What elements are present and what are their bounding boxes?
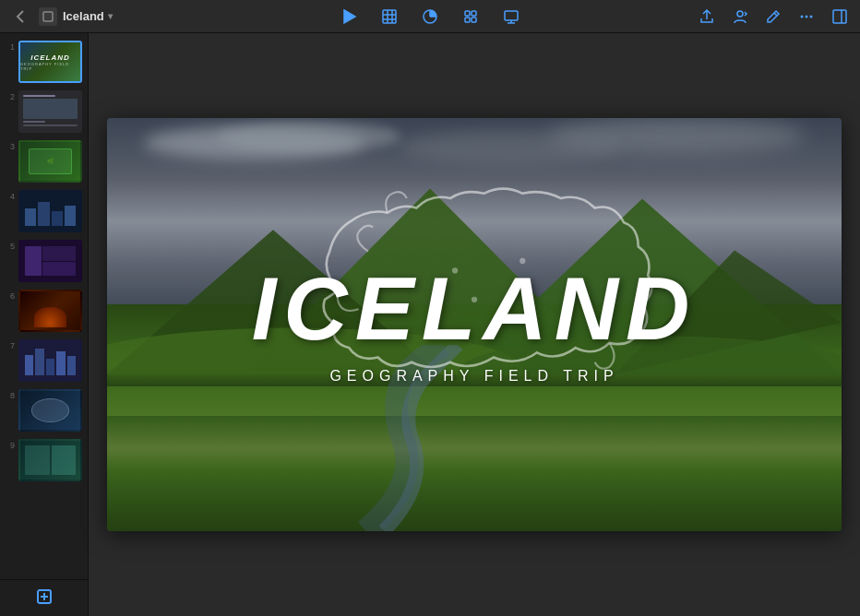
svg-rect-2 (383, 10, 396, 23)
slide-number-5: 5 (6, 242, 15, 251)
right-toolbar (694, 4, 853, 30)
svg-point-19 (801, 15, 804, 18)
add-slide-button[interactable] (0, 579, 88, 612)
svg-point-20 (806, 15, 808, 18)
slide-preview-2 (18, 90, 82, 133)
svg-marker-1 (344, 10, 355, 23)
svg-rect-22 (833, 10, 846, 23)
format-button[interactable] (827, 4, 853, 30)
collaborate-button[interactable] (727, 4, 753, 30)
svg-rect-14 (505, 11, 518, 20)
slide-thumb-2[interactable]: 2 (0, 87, 88, 136)
present-button[interactable] (498, 4, 524, 30)
svg-point-17 (737, 11, 743, 17)
canvas-area[interactable]: ICELAND GEOGRAPHY FIELD TRIP (89, 33, 860, 616)
slide-text-layer: ICELAND GEOGRAPHY FIELD TRIP (107, 118, 842, 531)
chart-button[interactable] (417, 4, 443, 30)
svg-rect-12 (465, 18, 470, 22)
slide-preview-6 (18, 290, 82, 332)
slide-preview-7 (18, 339, 82, 382)
window-icon (39, 7, 57, 26)
svg-rect-13 (472, 18, 476, 22)
slide-number-7: 7 (6, 341, 15, 350)
slide-preview-9 (18, 439, 82, 481)
slide-thumb-3[interactable]: 3 🌿 (0, 136, 88, 186)
document-title-area[interactable]: Iceland ▾ (63, 9, 113, 23)
svg-line-18 (774, 13, 777, 16)
shape-button[interactable] (458, 4, 484, 30)
slide-preview-5 (18, 240, 82, 282)
slide-number-9: 9 (6, 441, 15, 450)
slide-title: ICELAND (252, 265, 698, 353)
thumb-1-sub: GEOGRAPHY FIELD TRIP (20, 62, 80, 71)
slide-thumb-8[interactable]: 8 (0, 385, 88, 435)
slide-thumb-5[interactable]: 5 (0, 236, 88, 286)
slide-thumb-6[interactable]: 6 (0, 286, 88, 336)
share-button[interactable] (694, 4, 720, 30)
slide-preview-1: ICELAND GEOGRAPHY FIELD TRIP (18, 41, 82, 83)
slide-canvas[interactable]: ICELAND GEOGRAPHY FIELD TRIP (107, 118, 842, 531)
title-chevron-icon: ▾ (108, 11, 113, 21)
document-title: Iceland (63, 9, 104, 23)
main-area: 1 ICELAND GEOGRAPHY FIELD TRIP 2 (0, 33, 860, 616)
svg-point-21 (810, 15, 813, 18)
back-button[interactable] (7, 4, 33, 30)
table-button[interactable] (376, 4, 402, 30)
slide-preview-3: 🌿 (18, 140, 82, 183)
slide-number-6: 6 (6, 291, 15, 301)
center-toolbar (336, 4, 524, 30)
more-button[interactable] (794, 4, 819, 30)
slide-number-2: 2 (6, 92, 15, 101)
thumb-1-title: ICELAND (30, 53, 70, 62)
svg-rect-11 (472, 11, 476, 16)
slide-preview-4 (18, 190, 82, 232)
slide-thumb-7[interactable]: 7 (0, 336, 88, 385)
pencil-button[interactable] (760, 4, 786, 30)
slide-number-3: 3 (6, 142, 15, 151)
slide-preview-8 (18, 389, 82, 432)
slide-number-8: 8 (6, 391, 15, 400)
slide-thumb-1[interactable]: 1 ICELAND GEOGRAPHY FIELD TRIP (0, 37, 88, 87)
play-button[interactable] (336, 4, 362, 30)
toolbar: Iceland ▾ (0, 0, 860, 33)
slide-subtitle: GEOGRAPHY FIELD TRIP (329, 368, 618, 385)
slide-thumb-4[interactable]: 4 (0, 186, 88, 236)
slide-number-4: 4 (6, 192, 15, 201)
slide-panel: 1 ICELAND GEOGRAPHY FIELD TRIP 2 (0, 33, 89, 616)
slide-number-1: 1 (6, 42, 15, 52)
svg-rect-0 (43, 12, 53, 21)
svg-rect-10 (465, 11, 470, 16)
slide-thumb-9[interactable]: 9 (0, 435, 88, 485)
